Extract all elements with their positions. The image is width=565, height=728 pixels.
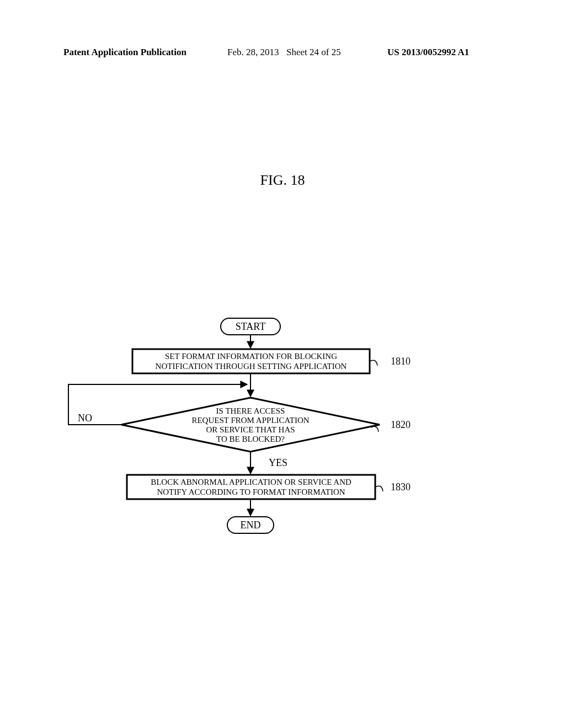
page: Patent Application Publication Feb. 28, … [0,0,565,728]
start-text: START [236,321,265,332]
publication-number: US 2013/0052992 A1 [387,47,469,58]
ref-leader-1820 [371,426,379,432]
step-1830-line2: NOTIFY ACCORDING TO FORMAT INFORMATION [157,488,345,496]
decision-line1: IS THERE ACCESS [216,406,285,415]
ref-1820: 1820 [391,419,411,430]
ref-leader-1810 [370,360,377,366]
sheet-number: Sheet 24 of 25 [286,47,341,58]
step-1810-line1: SET FORMAT INFORMATION FOR BLOCKING [165,352,337,361]
start-node: START [221,318,280,335]
step-1810-line2: NOTIFICATION THROUGH SETTING APPLICATION [156,362,347,371]
svg-marker-2 [121,398,380,452]
publication-type-text: Patent Application Publication [63,47,186,57]
decision-line3: OR SERVICE THAT HAS [206,425,295,434]
publication-type: Patent Application Publication [63,47,186,58]
publication-date: Feb. 28, 2013 [227,47,279,58]
end-node: END [227,517,274,533]
end-text: END [241,520,261,531]
decision-yes-label: YES [269,457,287,468]
figure-title: FIG. 18 [0,172,565,189]
ref-leader-1830 [375,486,383,491]
ref-1830: 1830 [391,481,411,493]
step-1810: SET FORMAT INFORMATION FOR BLOCKING NOTI… [132,349,370,373]
publication-number-text: US 2013/0052992 A1 [387,47,469,57]
decision-1820: IS THERE ACCESS REQUEST FROM APPLICATION… [121,398,380,452]
decision-line2: REQUEST FROM APPLICATION [191,416,309,425]
decision-line4: TO BE BLOCKED? [216,435,285,443]
decision-no-label: NO [78,413,92,424]
ref-1810: 1810 [391,356,411,367]
step-1830: BLOCK ABNORMAL APPLICATION OR SERVICE AN… [127,475,375,499]
flowchart: START SET FORMAT INFORMATION FOR BLOCKIN… [62,317,503,549]
step-1830-line1: BLOCK ABNORMAL APPLICATION OR SERVICE AN… [151,478,351,486]
